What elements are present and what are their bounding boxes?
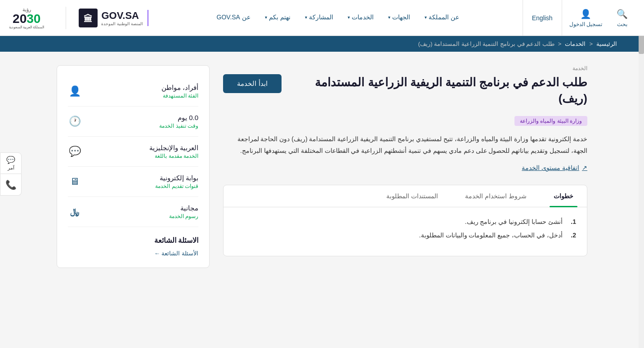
- service-content: الخدمة طلب الدعم في برنامج التنمية الريف…: [223, 65, 587, 268]
- chat-icon: 💬: [6, 156, 15, 164]
- govsa-text: GOV.SA: [101, 10, 139, 22]
- service-title: طلب الدعم في برنامج التنمية الريفية الزر…: [291, 74, 587, 107]
- ministry-badge: وزارة البيئة والمياه والزراعة: [514, 116, 587, 126]
- top-navigation: 🔍 بحث 👤 تسجيل الدخول English عن المملكة …: [0, 0, 644, 36]
- tab-steps[interactable]: خطوات: [540, 185, 587, 207]
- faq-link[interactable]: الأسئلة الشائعة ←: [68, 250, 198, 257]
- govsa-logo[interactable]: GOV.SA المنصة الوطنية الموحدة 🏛: [79, 9, 153, 27]
- nav-link-services[interactable]: الخدمات ▾: [340, 0, 381, 36]
- main-container: الخدمة طلب الدعم في برنامج التنمية الريف…: [30, 52, 614, 281]
- service-panel: أفراد، مواطن الفئة المستهدفة 👤 0.0 يوم و…: [57, 65, 210, 268]
- nav-link-about-kingdom[interactable]: عن المملكة ▾: [417, 0, 466, 36]
- riyal-panel-icon: ﷼: [68, 207, 81, 217]
- vision-logo[interactable]: رؤية 2030 المملكة العربية السعودية: [9, 7, 44, 29]
- float-chat: 💬 آمر 📞: [0, 152, 22, 196]
- chevron-down-icon: ▾: [305, 15, 307, 20]
- nav-link-label: نهتم بكم: [269, 13, 291, 21]
- panel-label-value: أفراد، مواطن: [89, 84, 198, 92]
- breadcrumb-services[interactable]: الخدمات: [565, 40, 586, 47]
- panel-language: العربية والإنجليزية الخدمة مقدمة باللغة …: [68, 137, 198, 167]
- panel-channels: بوابة إلكترونية قنوات تقديم الخدمة 🖥: [68, 167, 198, 197]
- govsa-subtitle: المنصة الوطنية الموحدة: [101, 22, 143, 26]
- faq-title: الاسئلة الشائعة: [68, 236, 198, 245]
- login-action[interactable]: 👤 تسجيل الدخول: [562, 0, 609, 36]
- vision-subtitle: المملكة العربية السعودية: [9, 25, 44, 29]
- sla-link[interactable]: ↗ اتفاقية مستوى الخدمة: [223, 164, 587, 171]
- breadcrumb-home[interactable]: الرئيسية: [596, 40, 617, 47]
- nav-link-about-govsa[interactable]: عن GOV.SA: [210, 0, 258, 36]
- speech-panel-icon: 💬: [68, 146, 81, 157]
- step-text: أدخل، في الحساب، جميع المعلومات والبيانا…: [419, 232, 563, 239]
- nav-link-label: عن المملكة: [429, 13, 459, 21]
- step-number: 2.: [567, 232, 576, 239]
- tabs-header: خطوات شروط استخدام الخدمة المستندات المط…: [224, 185, 587, 207]
- panel-sublabel: وقت تنفيذ الخدمة: [89, 123, 198, 129]
- external-link-icon: ↗: [582, 164, 587, 171]
- nav-links: عن المملكة ▾ الجهات ▾ الخدمات ▾ المشاركة…: [153, 0, 522, 36]
- nav-link-entities[interactable]: الجهات ▾: [381, 0, 417, 36]
- user-icon: 👤: [580, 9, 591, 19]
- panel-sublabel: الفئة المستهدفة: [89, 93, 198, 99]
- step-2: 2. أدخل، في الحساب، جميع المعلومات والبي…: [234, 232, 576, 239]
- search-action[interactable]: 🔍 بحث: [609, 0, 635, 36]
- monitor-panel-icon: 🖥: [68, 176, 81, 187]
- service-header: طلب الدعم في برنامج التنمية الريفية الزر…: [223, 74, 587, 107]
- panel-label-value: مجانية: [89, 204, 198, 212]
- search-icon: 🔍: [617, 9, 628, 19]
- panel-execution-time: 0.0 يوم وقت تنفيذ الخدمة 🕐: [68, 107, 198, 137]
- chevron-down-icon: ▾: [425, 15, 427, 20]
- tab-conditions[interactable]: شروط استخدام الخدمة: [452, 185, 540, 207]
- user-panel-icon: 👤: [68, 85, 81, 97]
- service-tabs: خطوات شروط استخدام الخدمة المستندات المط…: [223, 185, 587, 256]
- govsa-icon: 🏛: [79, 9, 98, 27]
- clock-panel-icon: 🕐: [68, 116, 81, 127]
- service-description: خدمة إلكترونية تقدمها وزارة البيئة والمي…: [223, 133, 587, 157]
- chat-label: آمر: [8, 165, 14, 171]
- service-tag: الخدمة: [223, 65, 587, 71]
- breadcrumb-separator: <: [589, 40, 593, 47]
- logo-divider: [66, 7, 66, 29]
- panel-sublabel: قنوات تقديم الخدمة: [89, 183, 198, 189]
- panel-label-value: بوابة إلكترونية: [89, 174, 198, 182]
- nav-link-care[interactable]: نهتم بكم ▾: [258, 0, 298, 36]
- chevron-down-icon: ▾: [265, 15, 267, 20]
- tab-documents[interactable]: المستندات المطلوبة: [373, 185, 452, 207]
- step-1: 1. أنشئ حسابا إلكترونيا في برنامج ريف.: [234, 218, 576, 225]
- nav-link-participation[interactable]: المشاركة ▾: [298, 0, 340, 36]
- panel-label-value: العربية والإنجليزية: [89, 144, 198, 152]
- language-toggle[interactable]: English: [523, 0, 562, 36]
- search-label: بحث: [617, 21, 627, 27]
- tabs-content: 1. أنشئ حسابا إلكترونيا في برنامج ريف. 2…: [224, 207, 587, 256]
- step-number: 1.: [567, 218, 576, 225]
- panel-sublabel: رسوم الخدمة: [89, 213, 198, 219]
- logo-group: GOV.SA المنصة الوطنية الموحدة 🏛 رؤية 203…: [9, 7, 153, 29]
- scrollbar-track: [639, 0, 644, 281]
- nav-link-label: الجهات: [392, 13, 410, 21]
- breadcrumb: الرئيسية < الخدمات < طلب الدعم في برنامج…: [0, 36, 644, 52]
- faq-link-label: الأسئلة الشائعة ←: [154, 250, 198, 257]
- panel-fees: مجانية رسوم الخدمة ﷼: [68, 197, 198, 227]
- step-text: أنشئ حسابا إلكترونيا في برنامج ريف.: [465, 218, 563, 225]
- chevron-down-icon: ▾: [348, 15, 350, 20]
- breadcrumb-current: طلب الدعم في برنامج التنمية الزراعية الم…: [418, 40, 555, 47]
- panel-target-category: أفراد، مواطن الفئة المستهدفة 👤: [68, 76, 198, 107]
- breadcrumb-separator: <: [558, 40, 562, 47]
- chat-button[interactable]: 💬 آمر: [0, 152, 22, 174]
- nav-actions: 🔍 بحث 👤 تسجيل الدخول English: [523, 0, 635, 36]
- phone-button[interactable]: 📞: [0, 174, 22, 196]
- phone-icon: 📞: [5, 179, 17, 190]
- login-label: تسجيل الدخول: [569, 21, 602, 27]
- nav-link-label: عن GOV.SA: [217, 13, 250, 21]
- faq-section: الاسئلة الشائعة الأسئلة الشائعة ←: [68, 236, 198, 257]
- svg-text:🏛: 🏛: [84, 13, 93, 24]
- nav-link-label: الخدمات: [352, 13, 374, 21]
- start-service-button[interactable]: ابدأ الخدمة: [223, 74, 282, 93]
- panel-label-value: 0.0 يوم: [89, 114, 198, 122]
- nav-link-label: المشاركة: [309, 13, 333, 21]
- sla-link-label: اتفاقية مستوى الخدمة: [522, 164, 579, 171]
- vision-year: 2030: [13, 13, 40, 25]
- chevron-down-icon: ▾: [388, 15, 390, 20]
- panel-sublabel: الخدمة مقدمة باللغة: [89, 153, 198, 159]
